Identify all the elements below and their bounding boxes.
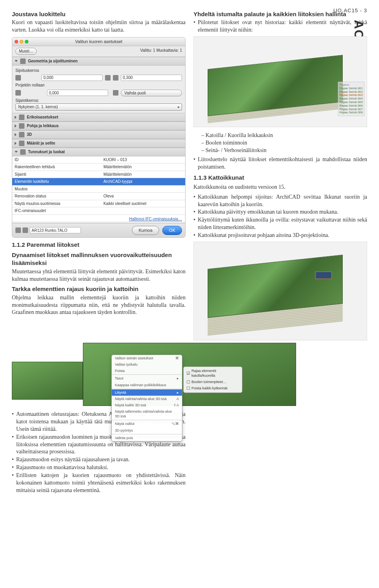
rise-icon [105, 75, 111, 81]
disclosure-icon [15, 116, 17, 119]
label-project-zero: Projektin nollaan [15, 83, 45, 88]
bullet-item: Piilotetut liitokset ovat nyt historiaa:… [193, 19, 367, 34]
manage-ifc-link[interactable]: Hallinnoi IFC-ominaisuuksia… [15, 216, 182, 222]
label-home-story: Sijaintikerros: [15, 98, 182, 103]
disclosure-icon [15, 142, 17, 145]
menu-item-deselect[interactable]: Valinta pois [112, 435, 182, 441]
menu-item-levels[interactable]: Tasot▸ [112, 375, 182, 381]
table-row: Rakenteellinen tehtäväMäärittelemätön [12, 163, 185, 171]
project-zero-icon[interactable] [15, 90, 21, 96]
table-row: Näytä muutos-suotimessaKaikki oleelliset… [12, 200, 185, 207]
disclosure-icon [15, 133, 17, 136]
table-row-selected[interactable]: Elementin luokitteluArchiCAD-tyyppi [12, 178, 185, 186]
close-icon[interactable] [15, 40, 18, 43]
zoom-icon[interactable] [25, 40, 28, 43]
section-special[interactable]: Erikoisasetukset [12, 113, 185, 122]
dialog-title: Valitun kuoren asetukset [75, 39, 122, 45]
submenu-item-bool[interactable]: Boolen toimenpiteet… [184, 379, 242, 385]
skylight-list: Kattoikkunan helpompi sijoitus: ArchiCAD… [193, 193, 367, 239]
menu-item-connection[interactable]: Liityntä▸ [112, 389, 182, 396]
table-row: Renovation statusOleva [12, 193, 185, 200]
layer-field[interactable]: AR123 Runko.TALO [30, 227, 81, 233]
section-3d[interactable]: 3D [12, 130, 185, 139]
menu-item-show-sel-3d[interactable]: Näytä valinta/valinta-alue 3D:ssäA [112, 396, 182, 402]
submenu-item-trim[interactable]: Rajaa elementit katolla/kuorella [184, 368, 242, 379]
cube-icon [19, 132, 24, 137]
menu-item-show-saved-3d[interactable]: Näytä tallennettu valinta/valinta-alue 3… [112, 408, 182, 419]
rajaus-legend: Rajaus Rajaa Seinä 001 Rajaa Seinä 002 R… [338, 82, 364, 116]
table-row: SijaintiMäärittelemätön [12, 171, 185, 178]
disclosure-icon [15, 124, 17, 128]
page-tag: UO.AC15 - 3 [334, 7, 367, 14]
ok-button[interactable]: OK [162, 226, 182, 235]
special-icon [19, 115, 24, 120]
shell-settings-dialog: Valitun kuoren asetukset Muisti… Valittu… [12, 37, 186, 238]
heading-flexible-classification: Joustava luokittelu [12, 10, 186, 18]
disclosure-open-icon [15, 60, 18, 62]
menu-item-delete[interactable]: Poista [112, 368, 182, 374]
layer-icon[interactable] [23, 227, 28, 233]
pitch-icon[interactable] [113, 75, 118, 81]
section-tags[interactable]: Tunnukset ja luokat [12, 148, 185, 156]
menu-item-show-selected[interactable]: Näytä valitut⌥⌘ [112, 421, 182, 427]
roof-render-2 [193, 242, 367, 340]
disclosure-open-icon [15, 151, 18, 153]
menu-item-capture[interactable]: Kaappaa valinnan poikkileikkaus [112, 382, 182, 388]
story-anchor-icon[interactable] [15, 75, 21, 81]
context-menu-render: Valitun seinän asetukset⌘ Valitse työkal… [12, 343, 367, 406]
menu-item-show-all-3d[interactable]: Näytä kaikki 3D:ssä⇧A [112, 402, 182, 408]
props-table: IDKUORI – 013 Rakenteellinen tehtäväMäär… [12, 156, 185, 215]
rise-field[interactable]: 0,300 [121, 75, 182, 81]
checklist-icon [20, 149, 26, 155]
heading-1-1-2: 1.1.2 Paremmat liitokset [12, 241, 186, 249]
section-floorplan[interactable]: Pohja ja leikkaus [12, 122, 185, 130]
unchecked-icon [187, 387, 190, 390]
menu-item-tool[interactable]: Valitse työkalu [112, 361, 182, 368]
heading-dynamic-joints: Dynaamiset liitokset mallinnuksen vuorov… [12, 251, 186, 267]
dialog-titlebar[interactable]: Valitun kuoren asetukset [12, 38, 185, 46]
dash-list: Katoilla / Kuorilla leikkauksin Boolen t… [193, 132, 367, 154]
section-quantities[interactable]: Määrät ja selite [12, 139, 185, 148]
project-zero-field[interactable]: 0,000 [47, 90, 108, 96]
eye-icon[interactable] [15, 227, 21, 233]
label-story: Sijoituskerros [15, 68, 39, 73]
floorplan-icon [19, 123, 24, 129]
table-row: Muutos [12, 185, 185, 193]
selection-count-label: Valittu: 1 Muokattavia: 1 [140, 48, 182, 55]
heading-precise-trim: Tarkka elementtien rajaus kuoriin ja kat… [12, 285, 186, 293]
skylight-icon [315, 271, 332, 279]
cancel-button[interactable]: Kumoa [132, 226, 159, 235]
submenu-item-remove[interactable]: Poista kaikki kytkennät [184, 385, 242, 391]
paragraph-skylights: Kattoikkunoita on uudistettu versioon 15… [193, 184, 367, 191]
tag-icon [19, 141, 24, 146]
flip-side-button[interactable]: Vaihda puoli [121, 90, 182, 97]
paragraph-precise-trim: Ohjelma leikkaa mallin elementtejä kuori… [12, 294, 186, 317]
check-icon [187, 372, 190, 375]
section-geometry[interactable]: Geometria ja sijoittuminen [12, 57, 185, 66]
table-row: IFC-ominaisuudet [12, 207, 185, 215]
context-submenu[interactable]: Rajaa elementit katolla/kuorella Boolen … [183, 366, 242, 393]
memory-button[interactable]: Muisti… [15, 48, 37, 55]
story-offset-field[interactable]: 0,000 [41, 75, 103, 81]
paragraph-classification: Kuori on vapaasti luokiteltavissa toisii… [12, 19, 186, 34]
bullet-item: Liitosluettelo näyttää liitokset element… [193, 156, 367, 171]
context-menu[interactable]: Valitun seinän asetukset⌘ Valitse työkal… [111, 355, 182, 441]
geometry-icon [20, 58, 26, 64]
roof-render-1: Rajaus Rajaa Seinä 001 Rajaa Seinä 002 R… [193, 36, 367, 127]
minimize-icon[interactable] [20, 40, 23, 43]
menu-item-settings[interactable]: Valitun seinän asetukset⌘ [112, 355, 182, 361]
paragraph-dynamic-joints: Muutettaessa yhtä elementtiä liittyvät e… [12, 268, 186, 283]
flip-icon[interactable] [113, 90, 118, 96]
unchecked-icon [187, 380, 190, 383]
heading-1-1-3: 1.1.3 Kattoikkunat [193, 174, 367, 182]
table-row: IDKUORI – 013 [12, 156, 185, 163]
menu-item-3d-rotate[interactable]: 3D-pyöritys [112, 427, 182, 434]
corner-shape [12, 362, 83, 400]
home-story-dropdown[interactable]: Nykyinen (1. 1. kerros) [15, 103, 182, 111]
